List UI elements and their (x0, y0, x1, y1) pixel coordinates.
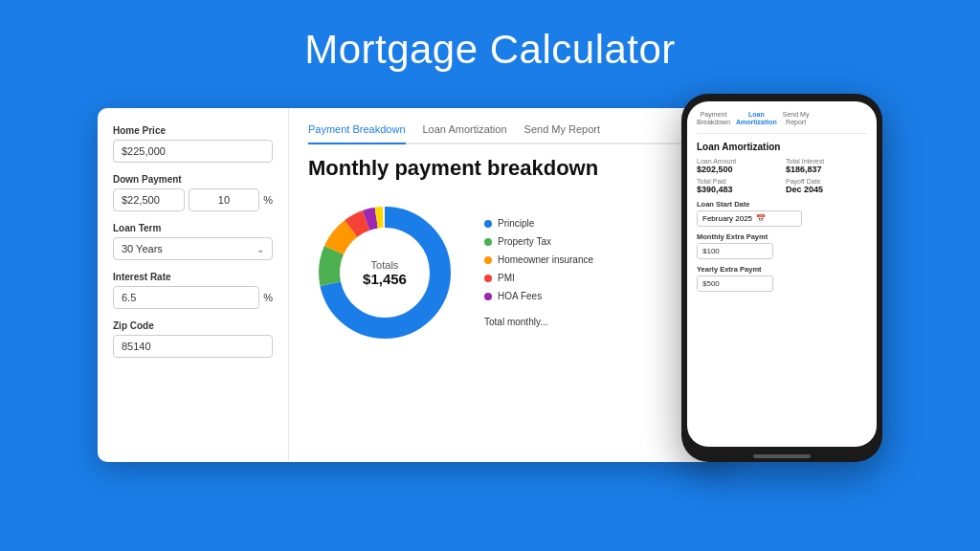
loan-term-select[interactable]: 30 Years ⌄ (113, 237, 273, 260)
legend-dot-pmi (484, 275, 492, 282)
cards-container: Home Price Down Payment % Loan Term 30 Y… (98, 94, 882, 467)
legend-item-hoa: HOA Fees (484, 291, 593, 301)
interest-rate-pct-symbol: % (263, 292, 273, 303)
legend-label-homeowner: Homeowner insurance (498, 254, 593, 265)
zip-code-group: Zip Code (113, 320, 273, 358)
mobile-tab-payment[interactable]: PaymentBreakdown (697, 111, 730, 127)
home-price-group: Home Price (113, 125, 273, 163)
breakdown-title: Monthly payment breakdown (308, 156, 710, 181)
loan-term-value: 30 Years (122, 243, 163, 254)
mobile-stat-total-paid-label: Total Paid (697, 178, 778, 185)
loan-term-label: Loan Term (113, 223, 273, 233)
donut-center-label: Totals $1,456 (363, 259, 407, 287)
mobile-stat-payoff-date-value: Dec 2045 (786, 185, 867, 194)
interest-rate-label: Interest Rate (113, 272, 273, 282)
chart-area: Totals $1,456 Principle Property Tax (308, 196, 710, 349)
mobile-card: PaymentBreakdown LoanAmortization Send M… (681, 94, 882, 462)
mobile-stats-row-2: Total Paid $390,483 Payoff Date Dec 2045 (697, 178, 867, 194)
legend-dot-homeowner (484, 256, 492, 264)
tab-loan-amortization[interactable]: Loan Amortization (423, 123, 507, 143)
legend-dot-principle (484, 220, 492, 228)
legend-item-pmi: PMI (484, 273, 593, 283)
legend-item-principle: Principle (484, 218, 593, 229)
loan-term-group: Loan Term 30 Years ⌄ (113, 223, 273, 260)
home-price-label: Home Price (113, 125, 273, 136)
down-payment-group: Down Payment % (113, 174, 273, 211)
mobile-yearly-extra-value: $500 (702, 279, 720, 288)
mobile-stat-loan-amount-label: Loan Amount (697, 158, 778, 165)
mobile-tabs-bar: PaymentBreakdown LoanAmortization Send M… (697, 111, 867, 134)
legend-label-principle: Principle (498, 218, 534, 229)
mobile-tab-report[interactable]: Send MyReport (783, 111, 810, 127)
calendar-icon: 📅 (756, 214, 766, 223)
legend-item-property-tax: Property Tax (484, 236, 593, 247)
legend-dot-property-tax (484, 238, 492, 246)
tabs-bar: Payment Breakdown Loan Amortization Send… (308, 123, 710, 144)
interest-rate-input[interactable] (113, 286, 259, 309)
donut-amount: $1,456 (363, 271, 407, 287)
interest-rate-row: % (113, 286, 273, 309)
desktop-card: Home Price Down Payment % Loan Term 30 Y… (98, 108, 729, 462)
tab-payment-breakdown[interactable]: Payment Breakdown (308, 123, 406, 144)
mobile-yearly-extra-input[interactable]: $500 (697, 276, 773, 292)
mobile-loan-start-label: Loan Start Date (697, 200, 867, 209)
mobile-stat-payoff-date-label: Payoff Date (786, 178, 867, 185)
down-payment-pct-symbol: % (263, 194, 273, 206)
chevron-down-icon: ⌄ (256, 244, 264, 254)
mobile-monthly-extra-value: $100 (702, 247, 720, 255)
legend-label-property-tax: Property Tax (498, 236, 551, 247)
mobile-stat-total-interest: Total Interest $186,837 (786, 158, 867, 174)
legend-item-homeowner: Homeowner insurance (484, 254, 593, 265)
right-panel: Payment Breakdown Loan Amortization Send… (289, 108, 729, 462)
legend-dot-hoa (484, 293, 492, 300)
page-title: Mortgage Calculator (304, 27, 676, 73)
mobile-home-indicator (753, 454, 811, 458)
mobile-loan-start-input[interactable]: February 2025 📅 (697, 210, 802, 227)
mobile-stats-row-1: Loan Amount $202,500 Total Interest $186… (697, 158, 867, 174)
mobile-stat-loan-amount-value: $202,500 (697, 165, 778, 174)
mobile-stat-total-paid-value: $390,483 (697, 185, 778, 194)
mobile-section-title: Loan Amortization (697, 142, 867, 152)
mobile-stat-total-paid: Total Paid $390,483 (697, 178, 778, 194)
mobile-stat-total-interest-value: $186,837 (786, 165, 867, 174)
total-monthly-text: Total monthly... (484, 317, 593, 327)
left-panel: Home Price Down Payment % Loan Term 30 Y… (98, 108, 289, 462)
mobile-yearly-extra-label: Yearly Extra Paymt (697, 265, 867, 274)
mobile-stat-total-interest-label: Total Interest (786, 158, 867, 165)
home-price-input[interactable] (113, 140, 273, 163)
mobile-screen: PaymentBreakdown LoanAmortization Send M… (687, 101, 877, 447)
tab-send-report[interactable]: Send My Report (524, 123, 600, 143)
interest-rate-group: Interest Rate % (113, 272, 273, 309)
mobile-stat-payoff-date: Payoff Date Dec 2045 (786, 178, 867, 194)
down-payment-pct-input[interactable] (189, 188, 260, 211)
chart-legend: Principle Property Tax Homeowner insuran… (484, 218, 593, 327)
donut-totals-text: Totals (363, 259, 407, 271)
mobile-stat-loan-amount: Loan Amount $202,500 (697, 158, 778, 174)
zip-code-label: Zip Code (113, 320, 273, 331)
legend-label-pmi: PMI (498, 273, 515, 283)
legend-label-hoa: HOA Fees (498, 291, 542, 301)
mobile-loan-start-value: February 2025 (702, 214, 752, 223)
down-payment-label: Down Payment (113, 174, 273, 185)
mobile-tab-amortization[interactable]: LoanAmortization (736, 111, 777, 127)
mobile-monthly-extra-label: Monthly Extra Paymt (697, 232, 867, 241)
down-payment-row: % (113, 188, 273, 211)
zip-code-input[interactable] (113, 335, 273, 358)
down-payment-input[interactable] (113, 188, 185, 211)
donut-chart: Totals $1,456 (308, 196, 461, 349)
mobile-monthly-extra-input[interactable]: $100 (697, 243, 773, 259)
